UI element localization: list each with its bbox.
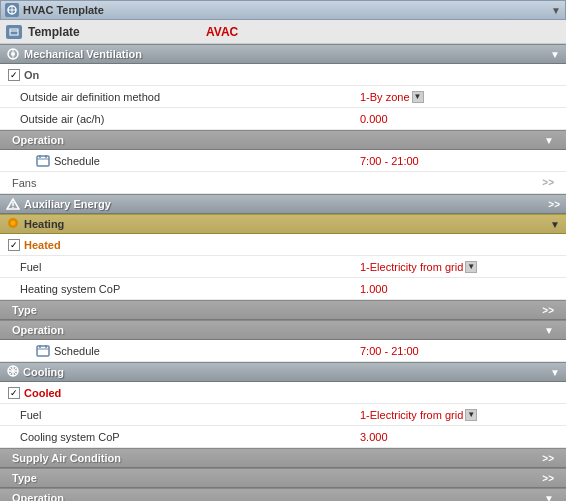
outside-air-value[interactable]: 0.000	[360, 113, 560, 125]
fuel-cooling-row: Fuel 1-Electricity from grid ▼	[0, 404, 566, 426]
supply-air-arrow[interactable]: >>	[542, 453, 554, 464]
template-value: AVAC	[206, 25, 238, 39]
heating-cop-row: Heating system CoP 1.000	[0, 278, 566, 300]
aux-energy-label: Auxiliary Energy	[24, 198, 548, 210]
svg-point-15	[12, 207, 14, 209]
title-bar: HVAC Template ▼	[0, 0, 566, 20]
mech-vent-arrow[interactable]: ▼	[550, 49, 560, 60]
outside-air-label: Outside air (ac/h)	[20, 113, 360, 125]
cooling-arrow[interactable]: ▼	[550, 367, 560, 378]
svg-point-17	[11, 221, 16, 226]
schedule1-row: Schedule 7:00 - 21:00	[0, 150, 566, 172]
cooling-cop-label: Cooling system CoP	[20, 431, 360, 443]
type-cooling-arrow[interactable]: >>	[542, 473, 554, 484]
cooling-icon	[6, 364, 20, 381]
schedule-heating-row: Schedule 7:00 - 21:00	[0, 340, 566, 362]
aux-energy-arrow[interactable]: >>	[548, 199, 560, 210]
fuel-heating-value: 1-Electricity from grid ▼	[360, 261, 560, 273]
fuel-cooling-dropdown[interactable]: 1-Electricity from grid ▼	[360, 409, 560, 421]
template-row: Template AVAC	[0, 20, 566, 44]
heating-cop-label: Heating system CoP	[20, 283, 360, 295]
operation-heating-header[interactable]: Operation ▼	[0, 320, 566, 340]
operation1-header[interactable]: Operation ▼	[0, 130, 566, 150]
mech-vent-icon	[6, 47, 20, 61]
on-checkbox-row[interactable]: ✓ On	[0, 64, 566, 86]
operation-cooling-arrow[interactable]: ▼	[544, 493, 554, 502]
type-cooling-header[interactable]: Type >>	[0, 468, 566, 488]
svg-point-6	[11, 52, 15, 56]
title-collapse-arrow[interactable]: ▼	[551, 5, 561, 16]
cooling-cop-row: Cooling system CoP 3.000	[0, 426, 566, 448]
cooling-cop-value[interactable]: 3.000	[360, 431, 560, 443]
heating-cop-value[interactable]: 1.000	[360, 283, 560, 295]
hvac-icon	[5, 3, 19, 17]
operation-heating-label: Operation	[12, 324, 544, 336]
heating-arrow[interactable]: ▼	[550, 219, 560, 230]
heated-checkbox[interactable]: ✓	[8, 239, 20, 251]
fans-arrow[interactable]: >>	[542, 177, 554, 188]
heated-checkbox-row[interactable]: ✓ Heated	[0, 234, 566, 256]
fans-label: Fans	[12, 177, 542, 189]
svg-rect-3	[10, 29, 18, 35]
cooled-checkbox[interactable]: ✓	[8, 387, 20, 399]
fuel-heating-dropdown[interactable]: 1-Electricity from grid ▼	[360, 261, 560, 273]
template-label: Template	[6, 25, 206, 39]
type-cooling-label: Type	[12, 472, 542, 484]
heating-label: Heating	[24, 218, 550, 230]
cooling-label: Cooling	[23, 366, 550, 378]
operation-heating-arrow[interactable]: ▼	[544, 325, 554, 336]
template-icon	[6, 25, 22, 39]
schedule-heating-label: Schedule	[54, 345, 360, 357]
fuel-heating-dropdown-arrow[interactable]: ▼	[465, 261, 477, 273]
schedule1-icon	[36, 154, 50, 168]
fans-row[interactable]: Fans >>	[0, 172, 566, 194]
schedule-heating-icon	[36, 344, 50, 358]
heated-label: Heated	[24, 239, 61, 251]
operation-cooling-header[interactable]: Operation ▼	[0, 488, 566, 501]
schedule-heating-value[interactable]: 7:00 - 21:00	[360, 345, 560, 357]
supply-air-label: Supply Air Condition	[12, 452, 542, 464]
operation1-label: Operation	[12, 134, 544, 146]
on-label: On	[24, 69, 39, 81]
mech-vent-label: Mechanical Ventilation	[24, 48, 550, 60]
svg-rect-18	[37, 346, 49, 356]
operation-cooling-label: Operation	[12, 492, 544, 501]
fuel-heating-row: Fuel 1-Electricity from grid ▼	[0, 256, 566, 278]
on-checkbox[interactable]: ✓	[8, 69, 20, 81]
cooled-checkbox-row[interactable]: ✓ Cooled	[0, 382, 566, 404]
outside-air-row: Outside air (ac/h) 0.000	[0, 108, 566, 130]
schedule1-value[interactable]: 7:00 - 21:00	[360, 155, 560, 167]
title-text: HVAC Template	[23, 4, 104, 16]
supply-air-header[interactable]: Supply Air Condition >>	[0, 448, 566, 468]
outside-air-method-dropdown[interactable]: 1-By zone ▼	[360, 91, 560, 103]
outside-air-method-value: 1-By zone ▼	[360, 91, 560, 103]
fuel-cooling-value: 1-Electricity from grid ▼	[360, 409, 560, 421]
fuel-heating-label: Fuel	[20, 261, 360, 273]
fuel-cooling-dropdown-arrow[interactable]: ▼	[465, 409, 477, 421]
heating-header[interactable]: Heating ▼	[0, 214, 566, 234]
mechanical-ventilation-header[interactable]: Mechanical Ventilation ▼	[0, 44, 566, 64]
svg-rect-9	[37, 156, 49, 166]
auxiliary-energy-header[interactable]: Auxiliary Energy >>	[0, 194, 566, 214]
outside-air-method-row: Outside air definition method 1-By zone …	[0, 86, 566, 108]
heating-icon	[6, 216, 20, 232]
aux-energy-icon	[6, 197, 20, 211]
type-heating-arrow[interactable]: >>	[542, 305, 554, 316]
operation1-arrow[interactable]: ▼	[544, 135, 554, 146]
schedule1-label: Schedule	[54, 155, 360, 167]
cooled-label: Cooled	[24, 387, 61, 399]
outside-air-method-label: Outside air definition method	[20, 91, 360, 103]
type-heating-label: Type	[12, 304, 542, 316]
outside-air-method-dropdown-arrow[interactable]: ▼	[412, 91, 424, 103]
fuel-cooling-label: Fuel	[20, 409, 360, 421]
cooling-header[interactable]: Cooling ▼	[0, 362, 566, 382]
type-heating-header[interactable]: Type >>	[0, 300, 566, 320]
